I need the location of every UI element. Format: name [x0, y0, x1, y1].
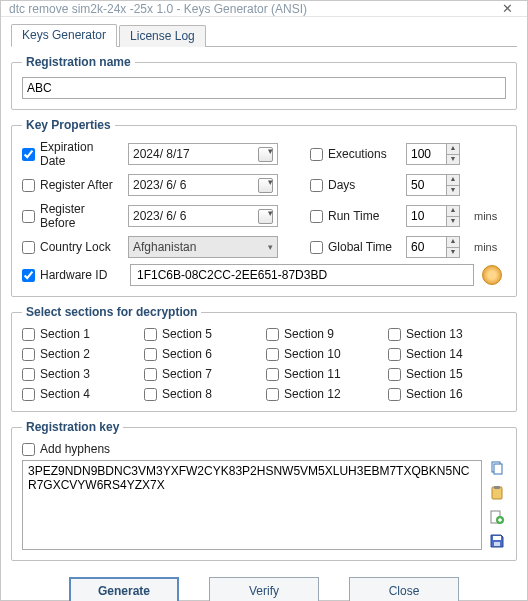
executions-check[interactable]: Executions — [310, 147, 400, 161]
run-time-input[interactable] — [406, 205, 446, 227]
generate-button[interactable]: Generate — [69, 577, 179, 601]
key-properties-legend: Key Properties — [22, 118, 115, 132]
days-check[interactable]: Days — [310, 178, 400, 192]
days-label: Days — [328, 178, 355, 192]
days-checkbox[interactable] — [310, 179, 323, 192]
days-spinner[interactable]: ▲▼ — [406, 174, 468, 196]
global-time-label: Global Time — [328, 240, 392, 254]
register-after-label: Register After — [40, 178, 113, 192]
copy-icon[interactable] — [488, 460, 506, 478]
hardware-id-input[interactable] — [130, 264, 474, 286]
spin-up-icon[interactable]: ▲ — [446, 143, 460, 154]
calendar-icon[interactable] — [258, 178, 273, 193]
run-time-checkbox[interactable] — [310, 210, 323, 223]
client-area: Keys Generator License Log Registration … — [1, 17, 527, 601]
expiration-date-picker[interactable]: 2024/ 8/17 — [128, 143, 278, 165]
chevron-down-icon: ▾ — [268, 242, 273, 252]
country-lock-label: Country Lock — [40, 240, 111, 254]
svg-rect-1 — [494, 464, 502, 474]
days-input[interactable] — [406, 174, 446, 196]
paste-icon[interactable] — [488, 484, 506, 502]
section-check[interactable]: Section 4 — [22, 387, 140, 401]
section-check[interactable]: Section 12 — [266, 387, 384, 401]
registration-name-input[interactable] — [22, 77, 506, 99]
executions-checkbox[interactable] — [310, 148, 323, 161]
register-after-checkbox[interactable] — [22, 179, 35, 192]
add-icon[interactable] — [488, 508, 506, 526]
register-before-label: Register Before — [40, 202, 122, 230]
action-buttons: Generate Verify Close — [11, 569, 517, 601]
add-hyphens-check[interactable]: Add hyphens — [22, 442, 506, 456]
section-check[interactable]: Section 11 — [266, 367, 384, 381]
register-after-check[interactable]: Register After — [22, 178, 122, 192]
global-time-check[interactable]: Global Time — [310, 240, 400, 254]
register-after-value: 2023/ 6/ 6 — [133, 178, 186, 192]
run-time-check[interactable]: Run Time — [310, 209, 400, 223]
tab-strip: Keys Generator License Log — [11, 25, 517, 47]
verify-button[interactable]: Verify — [209, 577, 319, 601]
expiration-date-check[interactable]: Expiration Date — [22, 140, 122, 168]
save-icon[interactable] — [488, 532, 506, 550]
country-lock-combo[interactable]: Afghanistan ▾ — [128, 236, 278, 258]
spin-down-icon[interactable]: ▼ — [446, 216, 460, 228]
close-icon[interactable]: ✕ — [493, 1, 521, 16]
section-check[interactable]: Section 3 — [22, 367, 140, 381]
sections-legend: Select sections for decryption — [22, 305, 201, 319]
hardware-id-check[interactable]: Hardware ID — [22, 268, 122, 282]
expiration-date-checkbox[interactable] — [22, 148, 35, 161]
register-before-checkbox[interactable] — [22, 210, 35, 223]
fingerprint-icon[interactable] — [482, 265, 502, 285]
group-sections: Select sections for decryption Section 1… — [11, 305, 517, 412]
registration-name-legend: Registration name — [22, 55, 135, 69]
global-time-spinner[interactable]: ▲▼ — [406, 236, 468, 258]
section-check[interactable]: Section 7 — [144, 367, 262, 381]
registration-key-legend: Registration key — [22, 420, 123, 434]
spin-down-icon[interactable]: ▼ — [446, 247, 460, 259]
spin-up-icon[interactable]: ▲ — [446, 236, 460, 247]
spin-down-icon[interactable]: ▼ — [446, 154, 460, 166]
hardware-id-checkbox[interactable] — [22, 269, 35, 282]
calendar-icon[interactable] — [258, 147, 273, 162]
global-time-input[interactable] — [406, 236, 446, 258]
section-check[interactable]: Section 15 — [388, 367, 506, 381]
executions-label: Executions — [328, 147, 387, 161]
register-before-picker[interactable]: 2023/ 6/ 6 — [128, 205, 278, 227]
section-check[interactable]: Section 16 — [388, 387, 506, 401]
app-window: dtc remove sim2k-24x -25x 1.0 - Keys Gen… — [0, 0, 528, 601]
country-lock-value: Afghanistan — [133, 240, 196, 254]
register-after-picker[interactable]: 2023/ 6/ 6 — [128, 174, 278, 196]
calendar-icon[interactable] — [258, 209, 273, 224]
register-before-check[interactable]: Register Before — [22, 202, 122, 230]
registration-key-textarea[interactable] — [22, 460, 482, 550]
expiration-date-label: Expiration Date — [40, 140, 122, 168]
key-properties-grid: Expiration Date 2024/ 8/17 Executions ▲▼ — [22, 140, 506, 286]
executions-spinner[interactable]: ▲▼ — [406, 143, 468, 165]
tab-license-log[interactable]: License Log — [119, 25, 206, 47]
spin-up-icon[interactable]: ▲ — [446, 205, 460, 216]
add-hyphens-label: Add hyphens — [40, 442, 110, 456]
run-time-label: Run Time — [328, 209, 379, 223]
add-hyphens-checkbox[interactable] — [22, 443, 35, 456]
section-check[interactable]: Section 5 — [144, 327, 262, 341]
spin-up-icon[interactable]: ▲ — [446, 174, 460, 185]
tab-keys-generator[interactable]: Keys Generator — [11, 24, 117, 47]
hardware-id-label: Hardware ID — [40, 268, 107, 282]
section-check[interactable]: Section 13 — [388, 327, 506, 341]
close-button[interactable]: Close — [349, 577, 459, 601]
section-check[interactable]: Section 8 — [144, 387, 262, 401]
executions-input[interactable] — [406, 143, 446, 165]
run-time-spinner[interactable]: ▲▼ — [406, 205, 468, 227]
section-check[interactable]: Section 14 — [388, 347, 506, 361]
spin-down-icon[interactable]: ▼ — [446, 185, 460, 197]
svg-rect-3 — [494, 486, 500, 489]
section-check[interactable]: Section 6 — [144, 347, 262, 361]
register-before-value: 2023/ 6/ 6 — [133, 209, 186, 223]
global-time-checkbox[interactable] — [310, 241, 323, 254]
titlebar: dtc remove sim2k-24x -25x 1.0 - Keys Gen… — [1, 1, 527, 17]
section-check[interactable]: Section 2 — [22, 347, 140, 361]
country-lock-check[interactable]: Country Lock — [22, 240, 122, 254]
country-lock-checkbox[interactable] — [22, 241, 35, 254]
section-check[interactable]: Section 1 — [22, 327, 140, 341]
section-check[interactable]: Section 9 — [266, 327, 384, 341]
section-check[interactable]: Section 10 — [266, 347, 384, 361]
